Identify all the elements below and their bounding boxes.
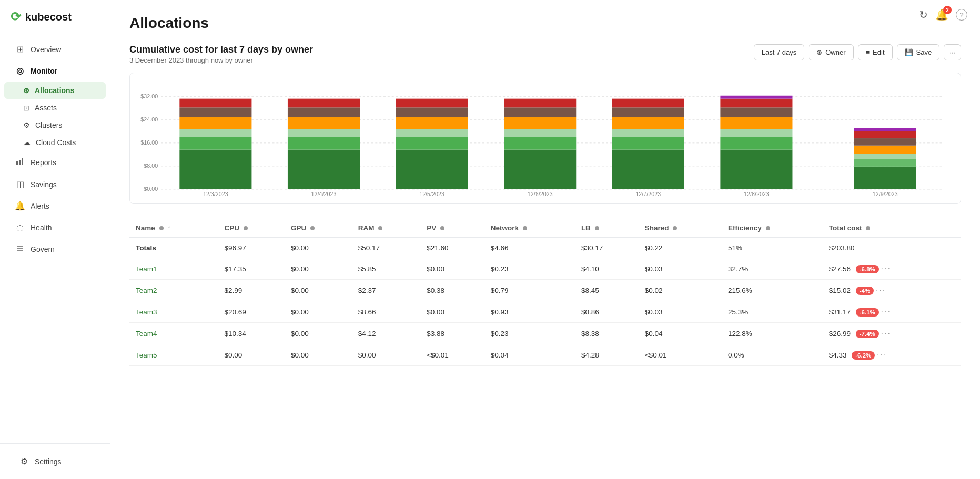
col-ram[interactable]: RAM bbox=[352, 219, 421, 238]
bar-chart: $0.00 $8.00 $16.00 $24.00 $32.00 bbox=[138, 81, 952, 197]
team2-network: $0.79 bbox=[484, 280, 575, 301]
ram-info-icon bbox=[378, 226, 382, 230]
team1-more-button[interactable]: ··· bbox=[881, 264, 891, 273]
col-total-cost[interactable]: Total cost bbox=[823, 219, 961, 238]
team5-more-button[interactable]: ··· bbox=[877, 350, 887, 359]
svg-rect-40 bbox=[504, 117, 576, 129]
sort-asc-icon[interactable]: ↑ bbox=[167, 224, 171, 232]
save-button[interactable]: 💾 Save bbox=[897, 44, 940, 60]
col-efficiency[interactable]: Efficiency bbox=[722, 219, 823, 238]
team3-badge: -6.1% bbox=[856, 308, 879, 317]
team2-more-button[interactable]: ··· bbox=[876, 286, 886, 294]
totals-ram: $50.17 bbox=[352, 238, 421, 258]
sidebar-item-savings[interactable]: ◫ Savings bbox=[4, 174, 106, 195]
sidebar-item-reports[interactable]: Reports bbox=[4, 152, 106, 173]
col-pv[interactable]: PV bbox=[420, 219, 484, 238]
svg-text:12/3/2023: 12/3/2023 bbox=[203, 191, 228, 197]
sidebar-item-govern[interactable]: Govern bbox=[4, 239, 106, 260]
team2-efficiency: 215.6% bbox=[722, 280, 823, 301]
svg-rect-65 bbox=[854, 128, 916, 131]
app-name: kubecost bbox=[25, 11, 72, 23]
team3-name-cell[interactable]: Team3 bbox=[129, 301, 218, 323]
sidebar-item-assets[interactable]: ⊡ Assets bbox=[4, 99, 106, 116]
col-name[interactable]: Name ↑ bbox=[129, 219, 218, 238]
svg-text:$0.00: $0.00 bbox=[144, 186, 158, 192]
sidebar-item-allocations[interactable]: ⊛ Allocations bbox=[4, 82, 106, 99]
sidebar-item-health[interactable]: ◌ Health bbox=[4, 217, 106, 238]
svg-rect-60 bbox=[854, 159, 916, 167]
totals-lb: $30.17 bbox=[575, 238, 639, 258]
cpu-info-icon bbox=[244, 226, 248, 230]
svg-rect-32 bbox=[396, 129, 468, 137]
team4-more-button[interactable]: ··· bbox=[881, 329, 891, 338]
lb-info-icon bbox=[595, 226, 599, 230]
team5-name-cell[interactable]: Team5 bbox=[129, 344, 218, 366]
sidebar-item-overview[interactable]: ⊞ Overview bbox=[4, 39, 106, 59]
health-icon: ◌ bbox=[15, 222, 25, 232]
owner-button[interactable]: ⊛ Owner bbox=[809, 44, 853, 60]
svg-rect-59 bbox=[854, 167, 916, 189]
svg-rect-49 bbox=[612, 99, 684, 108]
help-icon[interactable]: ? bbox=[956, 9, 967, 21]
team2-badge: -4% bbox=[856, 287, 874, 295]
sidebar-item-label: Clusters bbox=[35, 121, 62, 129]
sidebar: ⟳ kubecost ⊞ Overview ◎ Monitor ⊛ Alloca… bbox=[0, 0, 110, 479]
pv-info-icon bbox=[440, 226, 444, 230]
team1-network: $0.23 bbox=[484, 258, 575, 280]
logo-icon: ⟳ bbox=[11, 9, 21, 24]
team5-pv: <$0.01 bbox=[420, 344, 484, 366]
totals-shared: $0.22 bbox=[639, 238, 722, 258]
svg-text:12/9/2023: 12/9/2023 bbox=[873, 191, 898, 197]
svg-rect-23 bbox=[288, 150, 360, 189]
svg-rect-1 bbox=[19, 160, 21, 165]
totals-efficiency: 51% bbox=[722, 238, 823, 258]
team2-name-cell[interactable]: Team2 bbox=[129, 280, 218, 301]
team3-ram: $8.66 bbox=[352, 301, 421, 323]
sidebar-item-alerts[interactable]: 🔔 Alerts bbox=[4, 196, 106, 216]
date-range-button[interactable]: Last 7 days bbox=[754, 44, 805, 60]
refresh-icon[interactable]: ↻ bbox=[919, 8, 928, 21]
col-gpu[interactable]: GPU bbox=[285, 219, 352, 238]
totals-pv: $21.60 bbox=[420, 238, 484, 258]
monitor-icon: ◎ bbox=[15, 66, 25, 76]
sidebar-item-monitor[interactable]: ◎ Monitor bbox=[4, 60, 106, 81]
svg-rect-24 bbox=[288, 137, 360, 149]
sidebar-item-cloud-costs[interactable]: ☁ Cloud Costs bbox=[4, 134, 106, 151]
team2-shared: $0.02 bbox=[639, 280, 722, 301]
sidebar-item-label: Savings bbox=[31, 180, 57, 189]
sidebar-item-label: Monitor bbox=[31, 67, 57, 75]
team3-more-button[interactable]: ··· bbox=[881, 307, 891, 316]
edit-button[interactable]: ≡ Edit bbox=[858, 44, 893, 60]
team5-gpu: $0.00 bbox=[285, 344, 352, 366]
svg-text:12/6/2023: 12/6/2023 bbox=[528, 191, 553, 197]
clusters-icon: ⚙ bbox=[23, 121, 30, 129]
notifications-icon[interactable]: 🔔 2 bbox=[935, 8, 948, 21]
team1-name-cell[interactable]: Team1 bbox=[129, 258, 218, 280]
table-container: Name ↑ CPU GPU RAM PV Network LB Shared … bbox=[129, 219, 961, 366]
team4-network: $0.23 bbox=[484, 323, 575, 344]
team2-ram: $2.37 bbox=[352, 280, 421, 301]
sidebar-item-label: Alerts bbox=[31, 202, 49, 210]
sidebar-item-clusters[interactable]: ⚙ Clusters bbox=[4, 117, 106, 134]
col-shared[interactable]: Shared bbox=[639, 219, 722, 238]
svg-rect-64 bbox=[854, 131, 916, 138]
totals-name-cell: Totals bbox=[129, 238, 218, 258]
team4-shared: $0.04 bbox=[639, 323, 722, 344]
col-cpu[interactable]: CPU bbox=[218, 219, 285, 238]
team4-efficiency: 122.8% bbox=[722, 323, 823, 344]
govern-icon bbox=[15, 244, 25, 254]
date-range-label: Last 7 days bbox=[762, 48, 797, 56]
team5-cpu: $0.00 bbox=[218, 344, 285, 366]
team2-total-cost: $15.02 -4% ··· bbox=[823, 280, 961, 301]
chart-header: Cumulative cost for last 7 days by owner… bbox=[129, 44, 961, 64]
team4-name-cell[interactable]: Team4 bbox=[129, 323, 218, 344]
col-network[interactable]: Network bbox=[484, 219, 575, 238]
totals-network: $4.66 bbox=[484, 238, 575, 258]
sidebar-item-settings[interactable]: ⚙ Settings bbox=[8, 451, 102, 472]
col-lb[interactable]: LB bbox=[575, 219, 639, 238]
table-row: Team3 $20.69 $0.00 $8.66 $0.00 $0.93 $0.… bbox=[129, 301, 961, 323]
sidebar-item-label: Cloud Costs bbox=[36, 138, 76, 147]
svg-rect-27 bbox=[288, 107, 360, 117]
assets-icon: ⊡ bbox=[23, 104, 29, 112]
more-button[interactable]: ··· bbox=[944, 44, 961, 60]
